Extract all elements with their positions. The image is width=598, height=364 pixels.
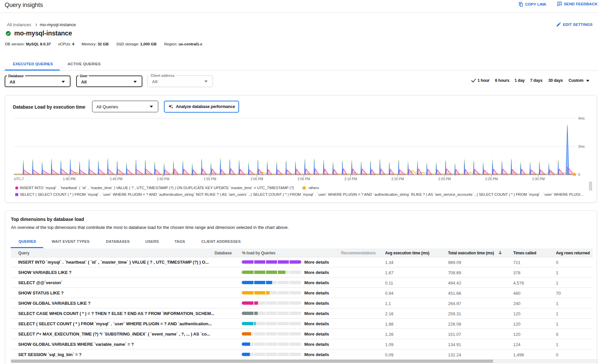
svg-text:1:45 PM: 1:45 PM bbox=[110, 177, 123, 181]
svg-text:2:05 PM: 2:05 PM bbox=[298, 177, 310, 181]
svg-text:4ms: 4ms bbox=[578, 116, 585, 120]
svg-text:2:15 PM: 2:15 PM bbox=[391, 177, 404, 181]
svg-text:0: 0 bbox=[578, 173, 580, 177]
svg-text:1:50 PM: 1:50 PM bbox=[157, 177, 169, 181]
svg-text:1:55 PM: 1:55 PM bbox=[204, 177, 216, 181]
svg-text:UTC-7: UTC-7 bbox=[14, 177, 24, 181]
svg-text:2:20 PM: 2:20 PM bbox=[438, 177, 451, 181]
svg-text:1:40 PM: 1:40 PM bbox=[63, 177, 75, 181]
svg-text:2:30 PM: 2:30 PM bbox=[532, 177, 545, 181]
svg-text:2:25 PM: 2:25 PM bbox=[485, 177, 498, 181]
svg-text:2ms: 2ms bbox=[578, 144, 585, 148]
svg-text:2:00 PM: 2:00 PM bbox=[251, 177, 263, 181]
svg-text:2:10 PM: 2:10 PM bbox=[344, 177, 357, 181]
